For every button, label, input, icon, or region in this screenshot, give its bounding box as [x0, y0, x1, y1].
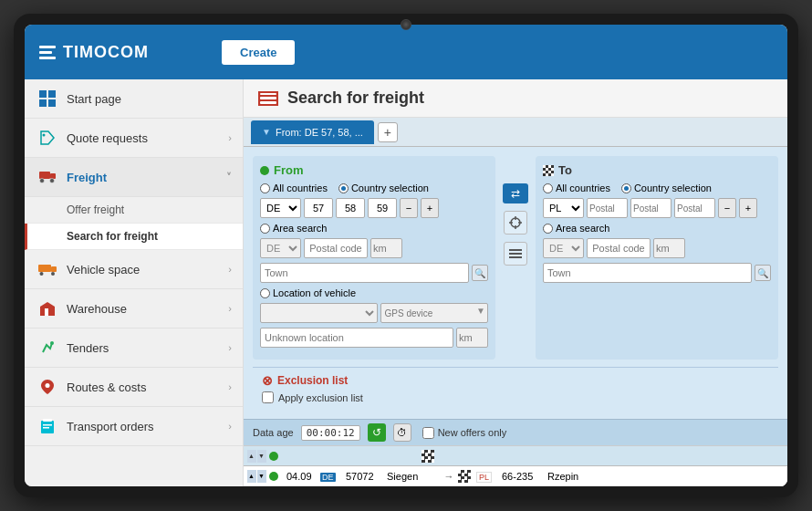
checker-icon: [543, 165, 554, 176]
sidebar-item-transport-orders[interactable]: Transport orders ›: [25, 407, 243, 446]
to-area-km[interactable]: [653, 238, 685, 258]
svg-rect-0: [39, 90, 47, 98]
from-area-km[interactable]: [370, 238, 402, 258]
svg-rect-9: [38, 265, 51, 272]
to-area-postal[interactable]: [587, 238, 651, 258]
svg-rect-5: [39, 172, 50, 179]
to-country-selection-option[interactable]: Country selection: [621, 182, 712, 193]
flag-de-icon: DE: [320, 473, 336, 482]
radio-country-selection-to: [621, 183, 631, 193]
table-row[interactable]: ▲ ▼ 04.09 DE 57072 Siegen →: [244, 466, 787, 486]
sidebar-item-vehicle-space[interactable]: Vehicle space ›: [25, 250, 243, 289]
radio-area-search-to[interactable]: [543, 224, 553, 234]
swap-button[interactable]: ⇄: [503, 183, 528, 203]
sidebar-item-tenders[interactable]: Tenders ›: [25, 328, 243, 368]
exclusion-label: Apply exclusion list: [278, 392, 363, 403]
add-tab-button[interactable]: +: [378, 122, 398, 142]
gps-device-select[interactable]: [260, 303, 378, 323]
chevron-right-icon: ›: [228, 132, 232, 143]
plus-button-to[interactable]: +: [739, 198, 757, 218]
minus-button-from[interactable]: −: [400, 198, 418, 218]
sidebar-label-tenders: Tenders: [67, 341, 109, 355]
plus-button-from[interactable]: +: [421, 198, 439, 218]
from-town-input[interactable]: [260, 263, 469, 283]
chevron-right-icon-vs: ›: [228, 264, 232, 275]
sort-down-button[interactable]: ▼: [257, 450, 266, 463]
list-icon: [509, 247, 522, 260]
warehouse-icon: [37, 298, 57, 318]
to-area-input-row: DE: [543, 238, 771, 258]
from-area-postal[interactable]: [304, 238, 368, 258]
from-col-icon: [269, 452, 278, 461]
svg-rect-29: [509, 253, 522, 255]
from-unknown-km[interactable]: [456, 328, 488, 348]
new-offers-row: New offers only: [422, 427, 507, 439]
gps-input[interactable]: [380, 303, 489, 323]
from-area-input-row: DE: [260, 238, 488, 258]
radio-location-from[interactable]: [260, 288, 270, 298]
to-area-row: Area search: [543, 223, 771, 234]
search-tab[interactable]: ▼ From: DE 57, 58, ...: [251, 120, 374, 144]
from-postal-2[interactable]: [336, 198, 365, 218]
to-area-country-select[interactable]: DE: [543, 238, 584, 258]
sidebar-label-offer-freight: Offer freight: [67, 203, 124, 216]
sidebar-item-search-for-freight[interactable]: Search for freight: [25, 224, 243, 250]
device-frame: TIMOCOM Create Start page: [14, 14, 798, 497]
from-all-countries-option[interactable]: All countries: [260, 182, 328, 193]
to-postal-2[interactable]: [630, 198, 671, 218]
to-town-input[interactable]: [543, 263, 752, 283]
chevron-right-icon-rc: ›: [228, 381, 232, 392]
svg-rect-30: [509, 256, 522, 258]
sidebar-item-quote-requests[interactable]: Quote requests ›: [25, 119, 243, 158]
list-button[interactable]: [504, 242, 527, 266]
new-offers-label: New offers only: [438, 427, 507, 438]
sidebar-item-routes-costs[interactable]: Routes & costs ›: [25, 368, 243, 407]
new-offers-checkbox[interactable]: [422, 427, 434, 439]
exclusion-section: ⊗ Exclusion list Apply exclusion list: [253, 367, 778, 409]
radio-all-countries: [260, 183, 270, 193]
to-postal-3[interactable]: [674, 198, 715, 218]
main-content: Start page Quote requests ›: [25, 79, 787, 486]
from-postal-3[interactable]: [368, 198, 397, 218]
from-postal-1[interactable]: [304, 198, 333, 218]
from-area-country-select[interactable]: DE: [260, 238, 301, 258]
to-all-countries-option[interactable]: All countries: [543, 182, 610, 193]
camera: [401, 19, 411, 30]
search-town-button[interactable]: 🔍: [472, 265, 488, 281]
row-sort-up[interactable]: ▲: [247, 470, 256, 483]
to-town-row: 🔍: [543, 263, 771, 283]
search-town-button-to[interactable]: 🔍: [755, 265, 771, 281]
sidebar-item-warehouse[interactable]: Warehouse ›: [25, 289, 243, 328]
from-town-row: 🔍: [260, 263, 488, 283]
sidebar-item-freight[interactable]: Freight ˅: [25, 158, 243, 197]
exclusion-checkbox[interactable]: [262, 391, 274, 403]
sort-up-button[interactable]: ▲: [247, 450, 256, 463]
from-country-select[interactable]: DE: [260, 198, 301, 218]
crosshair-button[interactable]: [504, 211, 527, 235]
to-postal-1[interactable]: [587, 198, 628, 218]
clock-button[interactable]: ⏱: [393, 423, 411, 442]
row-sort-down[interactable]: ▼: [257, 470, 266, 483]
from-country-selection-option[interactable]: Country selection: [338, 182, 429, 193]
search-form: From All countries Country selection: [244, 147, 787, 419]
to-country-select[interactable]: PL: [543, 198, 584, 218]
data-age-label: Data age: [253, 427, 294, 438]
minus-button-to[interactable]: −: [718, 198, 736, 218]
create-button[interactable]: Create: [222, 40, 295, 65]
to-radio-group: All countries Country selection: [543, 182, 771, 193]
svg-point-4: [43, 134, 46, 137]
from-gps-row: ▼: [260, 303, 488, 323]
svg-rect-10: [51, 266, 57, 272]
radio-all-countries-to: [543, 183, 553, 193]
from-location-row: Location of vehicle: [260, 287, 488, 298]
sidebar-item-offer-freight[interactable]: Offer freight: [25, 197, 243, 224]
sidebar-item-start-page[interactable]: Start page: [25, 79, 243, 119]
radio-area-search-from[interactable]: [260, 224, 270, 234]
sidebar-label-vehicle-space: Vehicle space: [67, 263, 140, 276]
freight-icon: [37, 167, 57, 187]
refresh-button[interactable]: ↺: [368, 423, 386, 442]
sidebar: Start page Quote requests ›: [25, 79, 244, 486]
screen: TIMOCOM Create Start page: [25, 25, 787, 486]
from-unknown-input[interactable]: [260, 328, 453, 348]
row-to-checker-icon: [458, 470, 471, 483]
